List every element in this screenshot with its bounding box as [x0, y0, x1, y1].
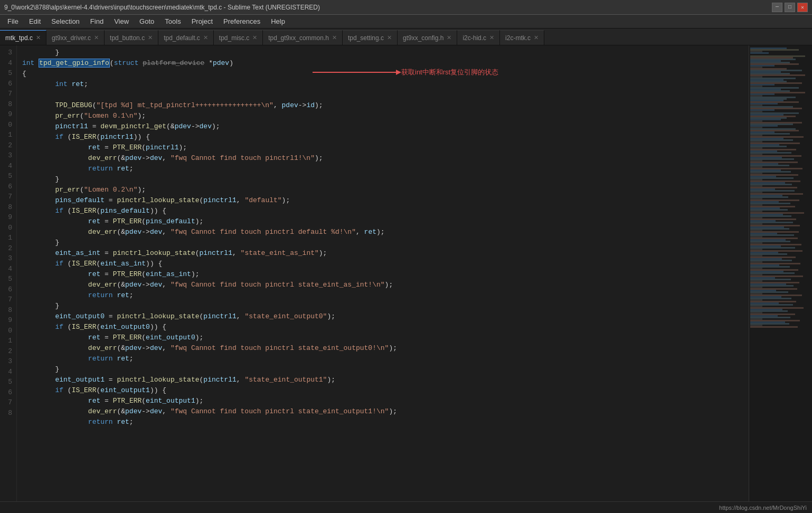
code-line: } — [17, 174, 749, 185]
line-num: 4 — [2, 161, 12, 172]
tab-gt9xx-config[interactable]: gt9xx_config.h ✕ — [398, 30, 457, 45]
tab-label: tpd_default.c — [164, 34, 200, 42]
line-num: 9 — [2, 109, 12, 120]
tab-label: tpd_setting.c — [348, 34, 384, 42]
line-num: 8 — [2, 99, 12, 110]
line-num: 3 — [2, 356, 12, 367]
minimap-content — [749, 45, 812, 330]
code-line: if (IS_ERR(eint_as_int)) { — [17, 259, 749, 269]
line-num: 2 — [2, 346, 12, 357]
tab-i2c-mtk[interactable]: i2c-mtk.c ✕ — [500, 30, 544, 45]
line-num: 4 — [2, 264, 12, 274]
tab-label: i2c-hid.c — [462, 34, 486, 42]
code-line: pr_err("Lomen 0.1\n"); — [17, 111, 749, 121]
line-num: 6 — [2, 387, 12, 398]
code-line: ret = PTR_ERR(pins_default); — [17, 216, 749, 227]
menu-goto[interactable]: Goto — [134, 16, 159, 26]
tab-label: gt9xx_driver.c — [52, 34, 91, 42]
line-num: 1 — [2, 130, 12, 140]
code-line: ret = PTR_ERR(eint_as_int); — [17, 269, 749, 280]
menu-edit[interactable]: Edit — [24, 16, 46, 26]
tab-close-icon[interactable]: ✕ — [534, 34, 539, 41]
line-num: 1 — [2, 336, 12, 346]
line-num: 6 — [2, 79, 12, 89]
title-bar: 9_0\work2\8788\alps\kernel-4.4\drivers\i… — [0, 0, 812, 15]
code-line: dev_err(&pdev->dev, "fwq Cannot find tou… — [17, 406, 749, 417]
minimap[interactable] — [749, 45, 812, 513]
line-num: 0 — [2, 120, 12, 130]
close-button[interactable]: ✕ — [797, 3, 808, 12]
line-num: 7 — [2, 294, 12, 305]
code-line: TPD_DEBUG("[tpd %d] mt_tpd_pinctrl++++++… — [17, 100, 749, 111]
menu-tools[interactable]: Tools — [159, 16, 186, 26]
line-num: 7 — [2, 192, 12, 202]
tab-label: i2c-mtk.c — [505, 34, 531, 42]
code-line: return ret; — [17, 164, 749, 174]
code-line: int ret; — [17, 79, 749, 90]
code-line — [17, 90, 749, 100]
window-controls: ─ □ ✕ — [772, 3, 808, 12]
status-bar: https://blog.csdn.net/MrDongShiYi — [0, 501, 812, 513]
minimize-button[interactable]: ─ — [772, 3, 782, 12]
code-line: ret = PTR_ERR(pinctrl1); — [17, 142, 749, 153]
line-num: 5 — [2, 274, 12, 284]
line-num: 5 — [2, 171, 12, 182]
code-line: dev_err(&pdev->dev, "fwq Cannot find tou… — [17, 343, 749, 354]
tab-gt9xx-driver[interactable]: gt9xx_driver.c ✕ — [46, 30, 105, 45]
menu-help[interactable]: Help — [266, 16, 290, 26]
code-line: if (IS_ERR(eint_output0)) { — [17, 322, 749, 332]
code-line: if (IS_ERR(eint_output1)) { — [17, 385, 749, 396]
line-num: 3 — [2, 48, 12, 58]
tab-close-icon[interactable]: ✕ — [332, 34, 337, 41]
line-num: 3 — [2, 150, 12, 161]
code-line: if (IS_ERR(pinctrl1)) { — [17, 132, 749, 142]
code-line: return ret; — [17, 354, 749, 364]
line-num: 3 — [2, 253, 12, 264]
code-line: } — [17, 364, 749, 375]
code-editor[interactable]: } int tpd_get_gpio_info(struct platform_… — [17, 45, 749, 513]
tab-tpd-misc[interactable]: tpd_misc.c ✕ — [214, 30, 263, 45]
line-num: 9 — [2, 315, 12, 326]
tab-close-icon[interactable]: ✕ — [148, 34, 153, 41]
line-num: 4 — [2, 367, 12, 377]
tab-mtk-tpd[interactable]: mtk_tpd.c ✕ — [0, 30, 46, 45]
tab-close-icon[interactable]: ✕ — [447, 34, 451, 41]
menu-preferences[interactable]: Preferences — [218, 16, 266, 26]
code-line: eint_output1 = pinctrl_lookup_state(pinc… — [17, 375, 749, 385]
tab-label: tpd_misc.c — [219, 34, 249, 42]
tab-label: mtk_tpd.c — [5, 34, 33, 42]
line-num: 2 — [2, 140, 12, 151]
line-num: 5 — [2, 377, 12, 387]
code-line: pr_err("Lomen 0.2\n"); — [17, 185, 749, 195]
tab-label: gt9xx_config.h — [403, 34, 443, 42]
menu-selection[interactable]: Selection — [46, 16, 84, 26]
tab-close-icon[interactable]: ✕ — [94, 34, 99, 41]
code-line: pins_default = pinctrl_lookup_state(pinc… — [17, 195, 749, 206]
tab-tpd-button[interactable]: tpd_button.c ✕ — [105, 30, 158, 45]
code-line: dev_err(&pdev->dev, "fwq Cannot find tou… — [17, 227, 749, 238]
line-num: 7 — [2, 89, 12, 99]
tab-close-icon[interactable]: ✕ — [489, 34, 494, 41]
line-num: 1 — [2, 233, 12, 243]
tab-tpd-default[interactable]: tpd_default.c ✕ — [158, 30, 214, 45]
code-line: pinctrl1 = devm_pinctrl_get(&pdev->dev); — [17, 121, 749, 132]
code-line: return ret; — [17, 417, 749, 428]
code-line: dev_err(&pdev->dev, "fwq Cannot find tou… — [17, 153, 749, 164]
tab-tpd-gt9xx-common[interactable]: tpd_gt9xx_common.h ✕ — [263, 30, 343, 45]
tab-close-icon[interactable]: ✕ — [252, 34, 257, 41]
tab-i2c-hid[interactable]: i2c-hid.c ✕ — [457, 30, 500, 45]
line-num: 8 — [2, 408, 12, 419]
tab-close-icon[interactable]: ✕ — [36, 34, 41, 41]
maximize-button[interactable]: □ — [785, 3, 795, 12]
menu-view[interactable]: View — [109, 16, 134, 26]
menu-find[interactable]: Find — [85, 16, 109, 26]
tab-close-icon[interactable]: ✕ — [203, 34, 208, 41]
tab-tpd-setting[interactable]: tpd_setting.c ✕ — [343, 30, 398, 45]
menu-project[interactable]: Project — [186, 16, 218, 26]
code-line: dev_err(&pdev->dev, "fwq Cannot find tou… — [17, 280, 749, 290]
code-line: int tpd_get_gpio_info(struct platform_de… — [17, 58, 749, 69]
code-container: 3 4 5 6 7 8 9 0 1 2 3 4 5 6 7 8 9 0 1 2 … — [0, 45, 812, 513]
tab-close-icon[interactable]: ✕ — [387, 34, 392, 41]
code-line: eint_as_int = pinctrl_lookup_state(pinct… — [17, 248, 749, 259]
menu-file[interactable]: File — [2, 16, 24, 26]
